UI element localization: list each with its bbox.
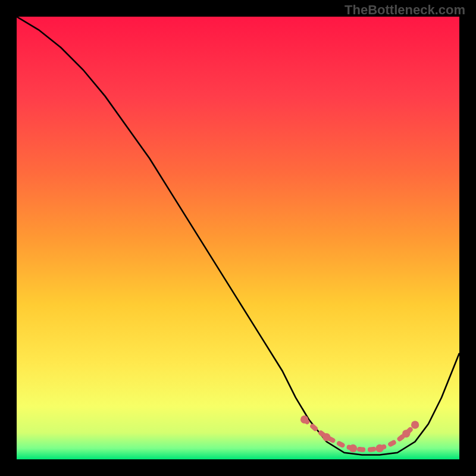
- bottleneck-curve: [17, 17, 459, 455]
- optimal-range-markers: [300, 415, 419, 452]
- chart-curve-layer: [17, 17, 459, 459]
- optimal-range-dot: [402, 430, 410, 437]
- optimal-range-dot: [349, 444, 357, 452]
- optimal-range-path: [305, 419, 415, 450]
- optimal-range-dot: [375, 444, 383, 452]
- optimal-range-dot: [300, 415, 308, 423]
- chart-plot-area: [17, 17, 459, 459]
- optimal-range-dot: [322, 433, 330, 441]
- optimal-range-dot: [411, 421, 419, 428]
- watermark-text: TheBottleneck.com: [345, 2, 465, 18]
